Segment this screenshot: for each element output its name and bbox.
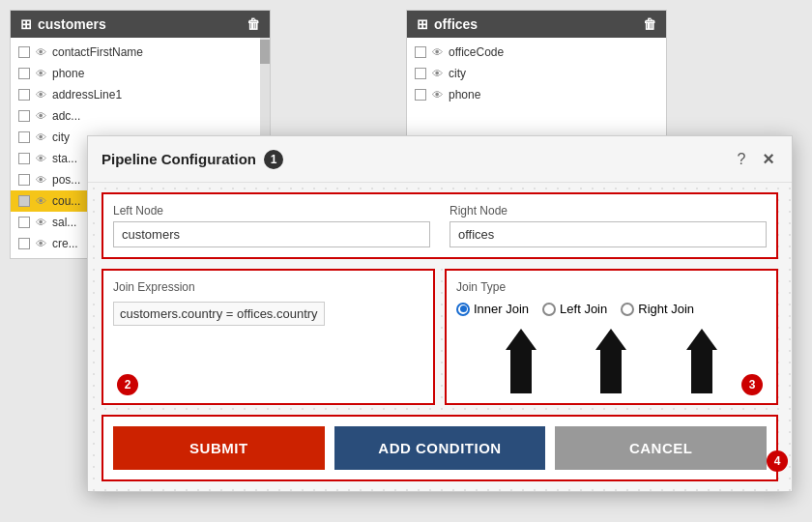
list-item: 👁 officeCode (407, 42, 666, 63)
row-label: cre... (52, 237, 78, 250)
table-icon: ⊞ (20, 16, 32, 32)
customers-delete-icon[interactable]: 🗑 (246, 16, 260, 32)
row-checkbox[interactable] (18, 68, 30, 79)
row-label: sta... (52, 152, 77, 165)
left-join-option[interactable]: Left Join (542, 302, 607, 316)
join-type-label: Join Type (456, 280, 767, 294)
row-label: contactFirstName (52, 45, 143, 59)
inner-join-label: Inner Join (474, 302, 529, 316)
table-icon: ⊞ (417, 16, 428, 32)
inner-join-option[interactable]: Inner Join (456, 302, 529, 316)
join-expression-value: customers.country = offices.country (113, 302, 325, 326)
row-label: phone (449, 88, 480, 102)
row-label: officeCode (449, 45, 504, 59)
row-label: city (449, 67, 466, 80)
right-join-option[interactable]: Right Join (621, 302, 694, 316)
left-node-label: Left Node (113, 204, 430, 218)
row-label: cou... (52, 194, 80, 208)
step3-badge: 3 (741, 374, 763, 395)
row-checkbox[interactable] (18, 238, 30, 249)
help-button[interactable]: ? (733, 149, 749, 170)
offices-rows: 👁 officeCode 👁 city 👁 phone (407, 38, 666, 109)
row-label: phone (52, 67, 84, 80)
pipeline-config-modal: Pipeline Configuration 1 ? × Left Node R… (87, 135, 793, 492)
customers-table-title: customers (38, 16, 106, 32)
row-checkbox[interactable] (415, 46, 426, 58)
join-type-options: Inner Join Left Join Right Join (456, 302, 767, 316)
row-checkbox[interactable] (18, 153, 30, 164)
row-checkbox[interactable] (18, 195, 30, 207)
submit-button[interactable]: SUBMIT (113, 426, 325, 470)
left-node-field: Left Node (113, 204, 430, 247)
row-checkbox[interactable] (18, 174, 30, 186)
close-button[interactable]: × (759, 146, 778, 172)
right-join-radio[interactable] (621, 303, 634, 316)
right-join-label: Right Join (638, 302, 694, 316)
row-label: addressLine1 (52, 88, 122, 102)
step1-badge: 1 (264, 150, 283, 169)
row-checkbox[interactable] (18, 89, 30, 101)
left-node-input[interactable] (113, 221, 430, 247)
step4-badge: 4 (767, 450, 788, 472)
inner-join-radio[interactable] (456, 303, 470, 316)
right-node-label: Right Node (450, 204, 767, 218)
row-label: pos... (52, 173, 80, 187)
list-item: 👁 phone (11, 63, 258, 84)
row-label: adc... (52, 109, 80, 123)
row-checkbox[interactable] (415, 89, 426, 101)
row-label: sal... (52, 216, 76, 229)
left-join-radio[interactable] (542, 303, 556, 316)
offices-delete-icon[interactable]: 🗑 (643, 16, 656, 32)
row-checkbox[interactable] (18, 217, 30, 228)
left-join-label: Left Join (560, 302, 607, 316)
list-item: 👁 contactFirstName (11, 42, 258, 63)
arrow-1 (506, 329, 536, 393)
arrow-2 (595, 329, 626, 393)
right-node-field: Right Node (450, 204, 767, 247)
modal-header: Pipeline Configuration 1 ? × (88, 136, 792, 183)
offices-table-header: ⊞ offices 🗑 (407, 11, 666, 38)
row-label: city (52, 130, 70, 144)
cancel-button[interactable]: CANCEL (555, 426, 767, 470)
row-checkbox[interactable] (415, 68, 426, 79)
list-item: 👁 addressLine1 (11, 84, 258, 105)
row-checkbox[interactable] (18, 110, 30, 122)
arrows-area (456, 316, 767, 393)
node-section: Left Node Right Node (102, 192, 778, 259)
add-condition-button[interactable]: ADD CONDITION (334, 426, 546, 470)
right-node-input[interactable] (450, 221, 767, 247)
row-checkbox[interactable] (18, 131, 30, 143)
join-expression-section: Join Expression customers.country = offi… (102, 269, 435, 405)
customers-table-header: ⊞ customers 🗑 (11, 11, 270, 38)
step2-badge: 2 (117, 374, 138, 395)
list-item: 👁 city (407, 63, 666, 84)
buttons-section: SUBMIT ADD CONDITION CANCEL 4 (102, 415, 778, 481)
list-item: 👁 adc... (11, 105, 258, 127)
join-type-section: Join Type Inner Join Left Join Right Joi… (445, 269, 778, 405)
row-checkbox[interactable] (18, 46, 30, 58)
offices-table-title: offices (434, 16, 478, 32)
join-expression-label: Join Expression (113, 280, 423, 294)
modal-title: Pipeline Configuration (102, 151, 256, 167)
list-item: 👁 phone (407, 84, 666, 105)
arrow-3 (686, 329, 717, 393)
